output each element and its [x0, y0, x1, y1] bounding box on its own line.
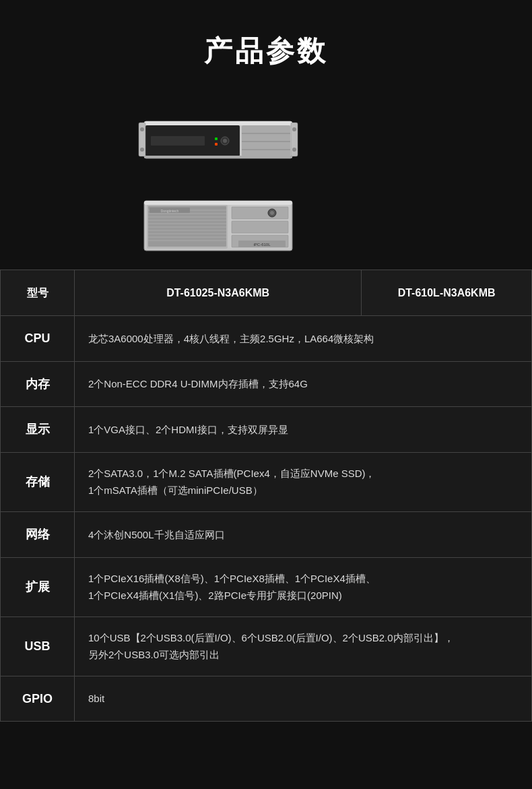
- table-row: 存储 2个SATA3.0，1个M.2 SATA插槽(PCIex4，自适应NVMe…: [1, 452, 532, 511]
- svg-point-8: [223, 139, 227, 143]
- usb-label: USB: [1, 617, 75, 676]
- svg-rect-12: [144, 156, 292, 158]
- cpu-label: CPU: [1, 316, 75, 362]
- table-row: 扩展 1个PCIeX16插槽(X8信号)、1个PCIeX8插槽、1个PCIeX4…: [1, 557, 532, 617]
- svg-rect-34: [232, 207, 288, 219]
- table-row: GPIO 8bit: [1, 676, 532, 722]
- display-value: 1个VGA接口、2个HDMI接口，支持双屏异显: [75, 407, 532, 453]
- svg-text:Dongtintech: Dongtintech: [160, 209, 178, 213]
- gpio-label: GPIO: [1, 676, 75, 722]
- usb-value: 10个USB【2个USB3.0(后置I/O)、6个USB2.0(后置I/O)、2…: [75, 617, 532, 676]
- storage-label: 存储: [1, 452, 75, 511]
- svg-rect-35: [232, 221, 288, 233]
- model1-cell: DT-61025-N3A6KMB: [75, 270, 362, 316]
- spec-table: iPC-610L Dongtintech 型号 DT-61025-N3A6KMB…: [0, 94, 532, 722]
- table-row: 内存 2个Non-ECC DDR4 U-DIMM内存插槽，支持64G: [1, 361, 532, 407]
- memory-label: 内存: [1, 361, 75, 407]
- expansion-value: 1个PCIeX16插槽(X8信号)、1个PCIeX8插槽、1个PCIeX4插槽、…: [75, 557, 532, 617]
- svg-rect-3: [242, 125, 290, 156]
- table-row: USB 10个USB【2个USB3.0(后置I/O)、6个USB2.0(后置I/…: [1, 617, 532, 676]
- model-row: 型号 DT-61025-N3A6KMB DT-610L-N3A6KMB: [1, 270, 532, 316]
- network-label: 网络: [1, 511, 75, 557]
- model-label: 型号: [1, 270, 75, 316]
- svg-rect-10: [215, 143, 218, 146]
- image-row: iPC-610L Dongtintech: [1, 94, 532, 270]
- svg-rect-1: [144, 121, 292, 125]
- gpio-value: 8bit: [75, 676, 532, 722]
- device2-image: iPC-610L Dongtintech: [137, 195, 299, 256]
- svg-rect-9: [215, 137, 218, 140]
- table-row: 网络 4个沐创N500L千兆自适应网口: [1, 511, 532, 557]
- network-value: 4个沐创N500L千兆自适应网口: [75, 511, 532, 557]
- svg-point-15: [140, 127, 144, 131]
- memory-value: 2个Non-ECC DDR4 U-DIMM内存插槽，支持64G: [75, 361, 532, 407]
- svg-point-18: [292, 148, 296, 152]
- svg-text:iPC-610L: iPC-610L: [253, 243, 271, 247]
- device1-image: [137, 108, 299, 168]
- table-row: CPU 龙芯3A6000处理器，4核八线程，主频2.5GHz，LA664微核架构: [1, 316, 532, 362]
- svg-rect-11: [151, 136, 205, 146]
- storage-value: 2个SATA3.0，1个M.2 SATA插槽(PCIex4，自适应NVMe SS…: [75, 452, 532, 511]
- page-title: 产品参数: [204, 32, 328, 70]
- cpu-value: 龙芯3A6000处理器，4核八线程，主频2.5GHz，LA664微核架构: [75, 316, 532, 362]
- display-label: 显示: [1, 407, 75, 453]
- svg-rect-20: [144, 201, 292, 205]
- table-row: 显示 1个VGA接口、2个HDMI接口，支持双屏异显: [1, 407, 532, 453]
- expansion-label: 扩展: [1, 557, 75, 617]
- svg-point-38: [270, 211, 274, 215]
- svg-point-17: [292, 127, 296, 131]
- svg-point-16: [140, 148, 144, 152]
- model2-cell: DT-610L-N3A6KMB: [362, 270, 532, 316]
